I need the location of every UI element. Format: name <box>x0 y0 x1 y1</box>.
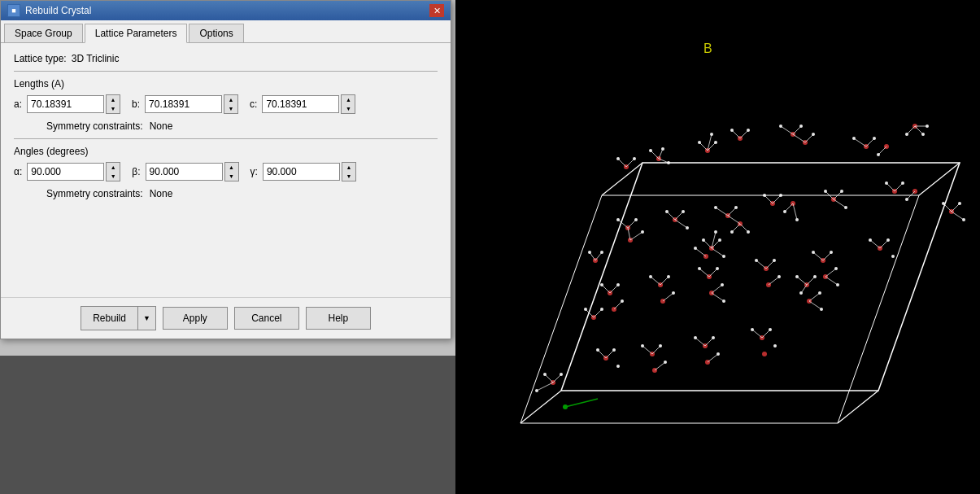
b-spinner-group: ▲ ▼ <box>145 94 238 114</box>
alpha-spinner-group: ▲ ▼ <box>27 162 120 181</box>
alpha-spin-up[interactable]: ▲ <box>107 163 120 172</box>
a-spinner-buttons: ▲ ▼ <box>106 94 120 114</box>
a-spinner-group: ▲ ▼ <box>27 94 120 114</box>
left-panel: ■ Rebuild Crystal ✕ Space Group Lattice … <box>0 0 455 494</box>
svg-point-154 <box>891 255 895 258</box>
c-spin-up[interactable]: ▲ <box>342 95 355 104</box>
gamma-spin-up[interactable]: ▲ <box>342 163 355 172</box>
beta-spinner-buttons: ▲ ▼ <box>224 162 239 181</box>
lattice-type-row: Lattice type: 3D Triclinic <box>14 53 438 64</box>
gamma-input[interactable] <box>263 163 340 181</box>
dialog-title: Rebuild Crystal <box>25 5 91 16</box>
sym-label-2: Symmetry constraints: <box>46 188 143 199</box>
svg-point-160 <box>616 365 620 368</box>
beta-input[interactable] <box>146 163 223 181</box>
b-input[interactable] <box>145 95 222 113</box>
sym-constraints-row-2: Symmetry constraints: None <box>46 188 438 199</box>
svg-point-183 <box>762 352 767 356</box>
tab-space-group[interactable]: Space Group <box>4 24 83 42</box>
svg-rect-0 <box>455 0 980 494</box>
angles-label: Angles (degrees) <box>14 146 438 157</box>
lattice-type-value: 3D Triclinic <box>72 53 120 64</box>
a-spin-down[interactable]: ▼ <box>107 104 120 113</box>
a-label: a: <box>14 98 22 110</box>
gamma-label: γ: <box>250 166 258 177</box>
gamma-spinner-buttons: ▲ ▼ <box>342 162 356 181</box>
bottom-panel <box>0 356 455 494</box>
beta-spinner-group: ▲ ▼ <box>146 162 239 181</box>
b-label: b: <box>132 98 140 110</box>
tab-options[interactable]: Options <box>189 24 243 42</box>
svg-point-182 <box>773 344 777 348</box>
alpha-label: α: <box>14 166 22 177</box>
c-spinner-group: ▲ ▼ <box>262 94 355 114</box>
a-input[interactable] <box>27 95 104 113</box>
alpha-spin-down[interactable]: ▼ <box>107 172 120 181</box>
rebuild-dropdown-button[interactable]: ▼ <box>138 307 155 330</box>
dialog-content: Lattice type: 3D Triclinic Lengths (A) a… <box>1 43 451 297</box>
angles-divider <box>14 138 438 139</box>
alpha-input[interactable] <box>27 163 104 181</box>
sym-value-2: None <box>150 188 173 199</box>
lengths-divider <box>14 71 438 72</box>
sym-value-1: None <box>150 120 173 132</box>
tab-bar: Space Group Lattice Parameters Options <box>1 20 451 43</box>
c-spin-down[interactable]: ▼ <box>342 104 355 113</box>
beta-label: β: <box>132 166 140 177</box>
lengths-label: Lengths (A) <box>14 78 438 90</box>
b-spin-up[interactable]: ▲ <box>224 95 237 104</box>
dialog-spacer <box>14 206 438 287</box>
c-spinner-buttons: ▲ ▼ <box>341 94 355 114</box>
cancel-button[interactable]: Cancel <box>234 307 299 330</box>
sym-constraints-row-1: Symmetry constraints: None <box>46 120 438 132</box>
help-button[interactable]: Help <box>306 307 371 330</box>
rebuild-split-button: Rebuild ▼ <box>81 306 156 330</box>
c-input[interactable] <box>262 95 339 113</box>
sym-label-1: Symmetry constraints: <box>46 120 143 132</box>
apply-button[interactable]: Apply <box>163 307 228 330</box>
button-row: Rebuild ▼ Apply Cancel Help <box>1 297 451 339</box>
dialog-titlebar: ■ Rebuild Crystal ✕ <box>1 1 451 20</box>
crystal-svg: B <box>455 0 980 494</box>
angles-row: α: ▲ ▼ β: ▲ ▼ γ: <box>14 162 438 181</box>
c-label: c: <box>250 98 257 110</box>
alpha-spinner-buttons: ▲ ▼ <box>106 162 120 181</box>
lattice-type-label: Lattice type: <box>14 53 67 64</box>
a-spin-up[interactable]: ▲ <box>107 95 120 104</box>
beta-spin-up[interactable]: ▲ <box>225 163 238 172</box>
crystal-viewport[interactable]: B <box>455 0 980 494</box>
b-label-text: B <box>703 42 712 55</box>
dialog-app-icon: ■ <box>7 4 20 17</box>
lengths-row: a: ▲ ▼ b: ▲ ▼ c: <box>14 94 438 114</box>
rebuild-crystal-dialog: ■ Rebuild Crystal ✕ Space Group Lattice … <box>0 0 451 339</box>
b-spin-down[interactable]: ▼ <box>224 104 237 113</box>
gamma-spin-down[interactable]: ▼ <box>342 172 355 181</box>
beta-spin-down[interactable]: ▼ <box>225 172 238 181</box>
gamma-spinner-group: ▲ ▼ <box>263 162 356 181</box>
tab-lattice-parameters[interactable]: Lattice Parameters <box>85 24 188 43</box>
rebuild-button[interactable]: Rebuild <box>81 307 138 330</box>
b-spinner-buttons: ▲ ▼ <box>224 94 238 114</box>
close-button[interactable]: ✕ <box>429 4 444 17</box>
title-left: ■ Rebuild Crystal <box>7 4 91 17</box>
